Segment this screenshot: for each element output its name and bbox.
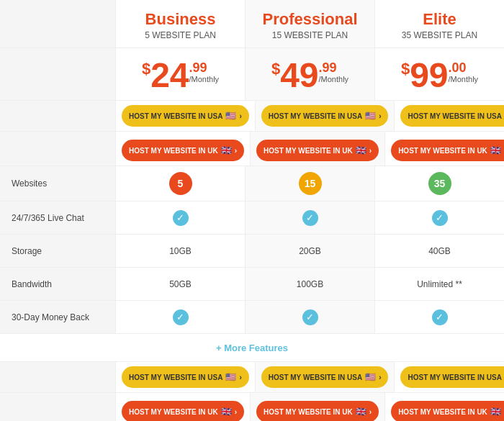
elite-usa-btn-cell: HOST MY WEBSITE IN USA 🇺🇸 ›: [394, 101, 504, 131]
elite-plan-subtitle: 35 WEBSITE PLAN: [382, 30, 497, 40]
bandwidth-label: Bandwidth: [0, 268, 115, 300]
bottom-usa-btn-row: HOST MY WEBSITE IN USA 🇺🇸 › HOST MY WEBS…: [0, 362, 504, 393]
professional-uk-arrow: ›: [369, 147, 372, 155]
business-plan-subtitle: 5 WEBSITE PLAN: [123, 30, 238, 40]
more-features-link[interactable]: + More Features: [216, 343, 288, 353]
professional-header: Professional 15 WEBSITE PLAN: [245, 0, 374, 47]
business-dollar-sign: $: [142, 61, 150, 77]
business-price-cents: .99: [189, 61, 207, 74]
bottom-elite-uk-cell: HOST MY WEBSITE IN UK 🇬🇧 ›: [384, 393, 504, 421]
elite-livechat-check: ✓: [432, 210, 448, 226]
bottom-usa-empty: [0, 362, 115, 392]
business-price-main: 24: [150, 58, 189, 93]
bottom-elite-uk-button[interactable]: HOST MY WEBSITE IN UK 🇬🇧 ›: [391, 401, 504, 421]
bottom-uk-btn-row: HOST MY WEBSITE IN UK 🇬🇧 › HOST MY WEBSI…: [0, 393, 504, 421]
usa-btn-row: HOST MY WEBSITE IN USA 🇺🇸 › HOST MY WEBS…: [0, 101, 504, 132]
header-row: Business 5 WEBSITE PLAN Professional 15 …: [0, 0, 504, 48]
livechat-row: 24/7/365 Live Chat ✓ ✓ ✓: [0, 202, 504, 235]
business-bandwidth-val: 50GB: [115, 268, 245, 300]
bottom-professional-uk-arrow: ›: [369, 408, 372, 416]
elite-price-period: /Monthly: [449, 76, 479, 83]
business-uk-button[interactable]: HOST MY WEBSITE IN UK 🇬🇧 ›: [122, 140, 244, 161]
professional-price-cents-period: .99 /Monthly: [319, 61, 349, 83]
business-usa-arrow: ›: [239, 112, 241, 120]
business-uk-label: HOST MY WEBSITE IN UK: [129, 147, 218, 155]
bottom-professional-usa-label: HOST MY WEBSITE IN USA: [269, 374, 362, 381]
professional-price-cents: .99: [319, 61, 337, 74]
elite-websites-val: 35: [374, 166, 504, 201]
uk-btn-empty: [0, 132, 115, 166]
elite-uk-flag: 🇬🇧: [490, 145, 501, 155]
elite-moneyback-val: ✓: [374, 301, 504, 333]
bottom-business-uk-cell: HOST MY WEBSITE IN UK 🇬🇧 ›: [115, 393, 250, 421]
professional-moneyback-check: ✓: [302, 309, 318, 325]
business-usa-label: HOST MY WEBSITE IN USA: [129, 112, 222, 120]
bottom-business-usa-cell: HOST MY WEBSITE IN USA 🇺🇸 ›: [115, 362, 255, 392]
business-usa-btn-cell: HOST MY WEBSITE IN USA 🇺🇸 ›: [115, 101, 255, 131]
bottom-professional-usa-cell: HOST MY WEBSITE IN USA 🇺🇸 ›: [255, 362, 395, 392]
business-websites-val: 5: [115, 166, 245, 201]
uk-btn-row: HOST MY WEBSITE IN UK 🇬🇧 › HOST MY WEBSI…: [0, 132, 504, 166]
pricing-table: Business 5 WEBSITE PLAN Professional 15 …: [0, 0, 504, 421]
elite-websites-badge: 35: [428, 172, 451, 195]
bottom-business-usa-arrow: ›: [239, 374, 241, 381]
websites-label: Websites: [0, 166, 115, 201]
business-price-cents-period: .99 /Monthly: [189, 61, 220, 83]
professional-usa-arrow: ›: [379, 112, 381, 120]
elite-header: Elite 35 WEBSITE PLAN: [374, 0, 504, 47]
professional-price-main: 49: [280, 58, 318, 93]
business-usa-button[interactable]: HOST MY WEBSITE IN USA 🇺🇸 ›: [122, 105, 249, 127]
business-moneyback-check: ✓: [173, 309, 189, 325]
moneyback-label: 30-Day Money Back: [0, 301, 115, 333]
bottom-elite-usa-label: HOST MY WEBSITE IN USA: [408, 374, 501, 381]
bottom-business-usa-button[interactable]: HOST MY WEBSITE IN USA 🇺🇸 ›: [122, 366, 249, 388]
business-websites-badge: 5: [169, 172, 192, 195]
bottom-business-uk-label: HOST MY WEBSITE IN UK: [129, 408, 218, 416]
professional-moneyback-val: ✓: [245, 301, 374, 333]
elite-bandwidth-val: Unlimited **: [374, 268, 504, 300]
professional-price-display: $ 49 .99 /Monthly: [253, 58, 367, 93]
bottom-elite-usa-cell: HOST MY WEBSITE IN USA 🇺🇸 ›: [394, 362, 504, 392]
bottom-professional-uk-button[interactable]: HOST MY WEBSITE IN UK 🇬🇧 ›: [256, 401, 379, 421]
professional-uk-label: HOST MY WEBSITE IN UK: [264, 147, 353, 155]
professional-usa-button[interactable]: HOST MY WEBSITE IN USA 🇺🇸 ›: [261, 105, 389, 127]
bottom-professional-usa-flag: 🇺🇸: [365, 372, 376, 382]
websites-row: Websites 5 15 35: [0, 166, 504, 202]
bottom-professional-usa-button[interactable]: HOST MY WEBSITE IN USA 🇺🇸 ›: [261, 366, 389, 388]
elite-price-cents-period: .00 /Monthly: [449, 61, 479, 83]
elite-uk-btn-cell: HOST MY WEBSITE IN UK 🇬🇧 ›: [384, 132, 504, 166]
business-uk-flag: 🇬🇧: [221, 145, 232, 155]
professional-uk-button[interactable]: HOST MY WEBSITE IN UK 🇬🇧 ›: [256, 140, 379, 161]
business-livechat-check: ✓: [173, 210, 189, 226]
professional-livechat-check: ✓: [302, 210, 318, 226]
professional-plan-subtitle: 15 WEBSITE PLAN: [253, 30, 367, 40]
elite-usa-button[interactable]: HOST MY WEBSITE IN USA 🇺🇸 ›: [400, 105, 504, 127]
bottom-professional-usa-arrow: ›: [379, 374, 381, 381]
professional-usa-btn-cell: HOST MY WEBSITE IN USA 🇺🇸 ›: [255, 101, 395, 131]
more-features-row: + More Features: [0, 334, 504, 362]
professional-storage-val: 20GB: [245, 235, 374, 267]
business-price-cell: $ 24 .99 /Monthly: [115, 48, 245, 100]
bottom-elite-uk-label: HOST MY WEBSITE IN UK: [398, 408, 487, 416]
business-header: Business 5 WEBSITE PLAN: [115, 0, 245, 47]
elite-price-cell: $ 99 .00 /Monthly: [374, 48, 504, 100]
business-uk-arrow: ›: [235, 147, 237, 155]
elite-moneyback-check: ✓: [432, 309, 448, 325]
bottom-business-uk-button[interactable]: HOST MY WEBSITE IN UK 🇬🇧 ›: [122, 401, 244, 421]
business-storage-val: 10GB: [115, 235, 245, 267]
bottom-professional-uk-flag: 🇬🇧: [356, 407, 366, 417]
business-moneyback-val: ✓: [115, 301, 245, 333]
business-uk-btn-cell: HOST MY WEBSITE IN UK 🇬🇧 ›: [115, 132, 250, 166]
price-empty-cell: [0, 48, 115, 100]
header-empty-cell: [0, 0, 115, 47]
elite-dollar-sign: $: [401, 61, 410, 77]
bottom-elite-uk-flag: 🇬🇧: [490, 407, 501, 417]
bottom-uk-empty: [0, 393, 115, 421]
business-plan-name: Business: [123, 10, 238, 29]
professional-price-period: /Monthly: [319, 76, 349, 83]
bottom-elite-usa-button[interactable]: HOST MY WEBSITE IN USA 🇺🇸 ›: [400, 366, 504, 388]
elite-livechat-val: ✓: [374, 202, 504, 234]
elite-uk-button[interactable]: HOST MY WEBSITE IN UK 🇬🇧 ›: [391, 140, 504, 161]
bandwidth-row: Bandwidth 50GB 100GB Unlimited **: [0, 268, 504, 301]
elite-usa-label: HOST MY WEBSITE IN USA: [408, 112, 501, 120]
